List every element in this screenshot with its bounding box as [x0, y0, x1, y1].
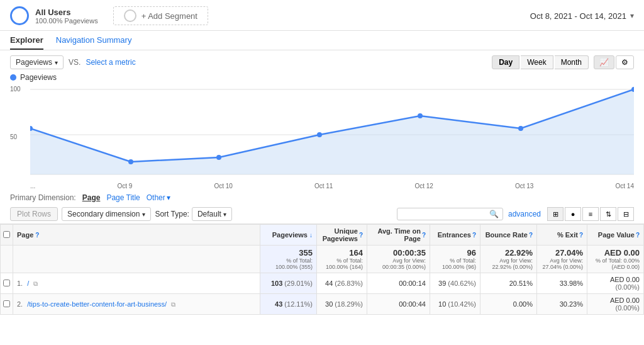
unique-sort-icon: ? [359, 232, 363, 239]
month-button[interactable]: Month [555, 55, 589, 69]
row1-unique-pct: (26.83%) [335, 280, 363, 287]
row2-num: 2. [17, 300, 23, 308]
week-button[interactable]: Week [521, 55, 553, 69]
search-icon: 🔍 [489, 210, 499, 218]
all-users-segment[interactable]: All Users 100.00% Pageviews [10, 6, 98, 25]
add-segment-button[interactable]: + Add Segment [113, 6, 208, 25]
plot-rows-button[interactable]: Plot Rows [10, 207, 58, 221]
totals-exit-sub: Avg for View: 27.04% (0.00%) [541, 257, 583, 270]
bar-view-button[interactable]: ≡ [582, 207, 599, 221]
segment-circle-icon [10, 6, 29, 25]
chart-container: 100 50 [10, 83, 634, 189]
row1-page-cell: 1. / ⧉ [13, 273, 260, 294]
sort-default-dropdown[interactable]: Default ▾ [192, 207, 232, 221]
table-header-row: Page ? Pageviews ↓ Unique Pageviews ? [1, 225, 644, 246]
pie-view-button[interactable]: ● [565, 207, 581, 221]
chart-controls: Pageviews ▾ VS. Select a metric Day Week… [0, 50, 644, 72]
table-controls-bar: Plot Rows Secondary dimension ▾ Sort Typ… [0, 205, 644, 224]
svg-point-7 [317, 132, 322, 137]
row2-avgtime-cell: 00:00:44 [367, 294, 430, 315]
legend-dot [10, 74, 16, 81]
totals-pageviews-sub: % of Total: 100.00% (355) [264, 257, 313, 270]
pageviews-header[interactable]: Pageviews ↓ [260, 225, 317, 246]
row1-page-link[interactable]: / [27, 280, 29, 287]
totals-entrances-cell: 96 % of Total: 100.00% (96) [430, 246, 480, 273]
row1-checkbox-cell[interactable] [1, 273, 13, 294]
exit-header[interactable]: % Exit ? [537, 225, 587, 246]
pie-chart-button[interactable]: ⚙ [616, 55, 634, 69]
primary-dimension-bar: Primary Dimension: Page Page Title Other… [0, 189, 644, 205]
page-value-header[interactable]: Page Value ? [587, 225, 644, 246]
row2-copy-icon[interactable]: ⧉ [171, 301, 175, 308]
other-dim-arrow-icon: ▾ [167, 193, 170, 202]
unique-pageviews-header[interactable]: Unique Pageviews ? [317, 225, 367, 246]
page-sort-icon: ? [35, 232, 39, 239]
x-label-oct13: Oct 13 [515, 183, 533, 189]
x-axis-labels: ... Oct 9 Oct 10 Oct 11 Oct 12 Oct 13 Oc… [30, 183, 634, 189]
view-controls: Day Week Month 📈 ⚙ [492, 55, 634, 69]
tab-explorer[interactable]: Explorer [10, 31, 43, 50]
chart-svg [30, 83, 634, 181]
page-dim-link[interactable]: Page [82, 193, 101, 202]
search-input[interactable] [401, 210, 489, 218]
grid-view-button[interactable]: ⊞ [547, 207, 564, 221]
secondary-dimension-dropdown[interactable]: Secondary dimension ▾ [62, 207, 151, 221]
avg-time-header[interactable]: Avg. Time on Page ? [367, 225, 430, 246]
select-all-checkbox[interactable] [3, 231, 10, 238]
date-range-arrow-icon: ▾ [630, 11, 634, 20]
avg-time-help-icon: ? [422, 232, 426, 239]
row2-bounce-cell: 0.00% [480, 294, 537, 315]
page-header[interactable]: Page ? [13, 225, 260, 246]
row2-checkbox[interactable] [3, 300, 10, 307]
advanced-link[interactable]: advanced [508, 210, 541, 218]
row2-exit-cell: 30.23% [537, 294, 587, 315]
segment-title: All Users [35, 8, 98, 17]
row2-bounce: 0.00% [513, 300, 533, 308]
pivot-view-button[interactable]: ⊟ [618, 207, 634, 221]
entrances-help-icon: ? [472, 232, 476, 239]
row2-pagevalue-pct: (0.00%) [615, 304, 640, 312]
compare-view-button[interactable]: ⇅ [600, 207, 616, 221]
metric-dropdown-arrow: ▾ [55, 59, 58, 66]
row2-pageviews: 43 [275, 300, 282, 308]
row2-page-link[interactable]: /tips-to-create-better-content-for-art-b… [27, 300, 167, 308]
exit-help-icon: ? [579, 232, 583, 239]
y-label-100: 100 [10, 86, 28, 93]
totals-bounce-value: 22.92% [484, 248, 533, 257]
row2-checkbox-cell[interactable] [1, 294, 13, 315]
row1-copy-icon[interactable]: ⧉ [33, 280, 38, 287]
totals-pagevalue-cell: AED 0.00 % of Total: 0.00% (AED 0.00) [587, 246, 644, 273]
page-title-dim-link[interactable]: Page Title [106, 193, 140, 202]
line-chart-button[interactable]: 📈 [594, 55, 614, 69]
chart-area: Pageviews 100 50 [0, 72, 644, 189]
tab-navigation-summary[interactable]: Navigation Summary [56, 31, 132, 50]
row1-unique-cell: 44 (26.83%) [317, 273, 367, 294]
bounce-rate-header[interactable]: Bounce Rate ? [480, 225, 537, 246]
row2-pagevalue-cell: AED 0.00 (0.00%) [587, 294, 644, 315]
date-range[interactable]: Oct 8, 2021 - Oct 14, 2021 ▾ [530, 11, 634, 21]
totals-pageviews-cell: 355 % of Total: 100.00% (355) [260, 246, 317, 273]
x-label-start: ... [30, 183, 35, 189]
header: All Users 100.00% Pageviews + Add Segmen… [0, 0, 644, 31]
totals-unique-sub: % of Total: 100.00% (164) [321, 257, 363, 270]
date-range-text: Oct 8, 2021 - Oct 14, 2021 [530, 11, 626, 21]
row1-bounce-cell: 20.51% [480, 273, 537, 294]
checkbox-header [1, 225, 13, 246]
totals-avgtime-sub: Avg for View: 00:00:35 (0.00%) [371, 257, 426, 270]
metric-dropdown[interactable]: Pageviews ▾ [10, 55, 64, 69]
totals-bounce-cell: 22.92% Avg for View: 22.92% (0.00%) [480, 246, 537, 273]
totals-unique-cell: 164 % of Total: 100.00% (164) [317, 246, 367, 273]
row1-checkbox[interactable] [3, 280, 10, 286]
other-dim-dropdown[interactable]: Other ▾ [147, 193, 170, 202]
row2-pagevalue: AED 0.00 [610, 297, 640, 304]
select-metric-link[interactable]: Select a metric [86, 58, 135, 67]
chart-svg-container: ... Oct 9 Oct 10 Oct 11 Oct 12 Oct 13 Oc… [30, 83, 634, 189]
day-button[interactable]: Day [492, 55, 519, 69]
x-label-oct12: Oct 12 [414, 183, 433, 189]
row1-avgtime: 00:00:14 [399, 280, 426, 287]
row1-avgtime-cell: 00:00:14 [367, 273, 430, 294]
svg-point-8 [418, 113, 423, 118]
vs-label: VS. [69, 58, 80, 67]
search-box[interactable]: 🔍 [397, 208, 503, 220]
entrances-header[interactable]: Entrances ? [430, 225, 480, 246]
